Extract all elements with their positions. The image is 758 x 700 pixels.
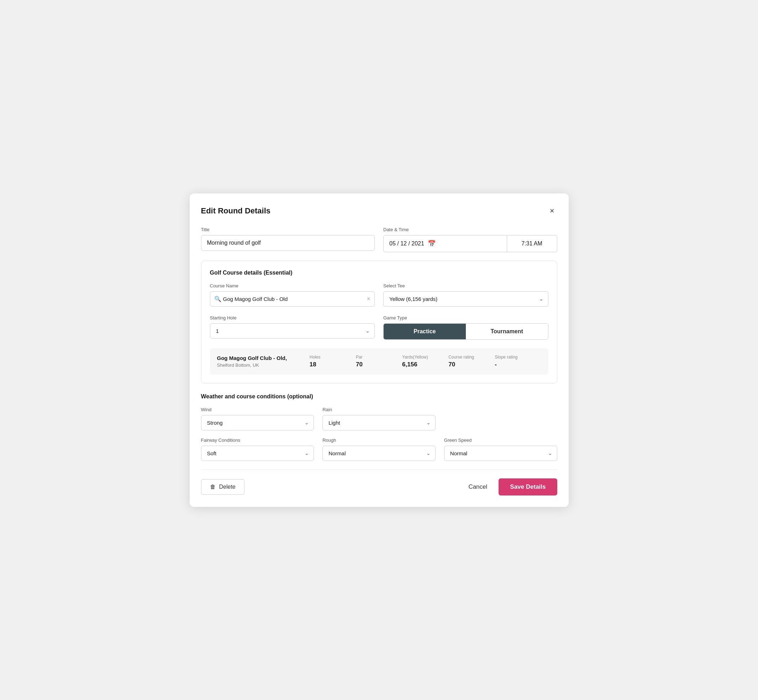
wind-dropdown[interactable]: NoneCalmLight ModerateStrongVery Strong xyxy=(201,415,314,430)
edit-round-modal: Edit Round Details × Title Date & Time 0… xyxy=(190,194,568,507)
green-speed-dropdown[interactable]: SlowNormalFastVery Fast xyxy=(444,446,557,461)
weather-title: Weather and course conditions (optional) xyxy=(201,394,557,400)
select-tee-dropdown[interactable]: Yellow (6,156 yards) White (6,500 yards)… xyxy=(383,291,548,306)
practice-button[interactable]: Practice xyxy=(384,324,466,339)
delete-button[interactable]: 🗑 Delete xyxy=(201,479,244,495)
weather-section: Weather and course conditions (optional)… xyxy=(201,394,557,461)
starting-hole-dropdown[interactable]: 1234 56789 1011121314 15161718 xyxy=(210,323,375,339)
fairway-dropdown[interactable]: SoftNormalFirmVery Firm xyxy=(201,446,314,461)
starting-hole-group: Starting Hole 1234 56789 1011121314 1516… xyxy=(210,315,375,340)
calendar-icon: 📅 xyxy=(428,240,435,248)
clear-icon[interactable]: × xyxy=(366,295,370,303)
fairway-group: Fairway Conditions SoftNormalFirmVery Fi… xyxy=(201,438,314,461)
trash-icon: 🗑 xyxy=(210,484,216,490)
close-button[interactable]: × xyxy=(547,205,557,217)
starting-hole-wrapper: 1234 56789 1011121314 15161718 ⌄ xyxy=(210,323,375,339)
rough-group: Rough SoftNormalFirmVery Firm ⌄ xyxy=(323,438,435,461)
rough-label: Rough xyxy=(323,438,435,443)
time-part[interactable]: 7:31 AM xyxy=(507,236,557,252)
course-name-label: Course Name xyxy=(210,283,375,289)
course-par-stat: Par 70 xyxy=(356,355,402,368)
select-tee-label: Select Tee xyxy=(383,283,548,289)
slope-rating-label: Slope rating xyxy=(495,355,517,359)
rain-label: Rain xyxy=(323,407,435,412)
title-group: Title xyxy=(201,227,375,252)
datetime-group: Date & Time 05 / 12 / 2021 📅 7:31 AM xyxy=(383,227,557,252)
rough-dropdown[interactable]: SoftNormalFirmVery Firm xyxy=(323,446,435,461)
par-label: Par xyxy=(356,355,363,359)
modal-title: Edit Round Details xyxy=(201,206,271,216)
course-rating-stat: Course rating 70 xyxy=(448,355,495,368)
course-info-name-text: Gog Magog Golf Club - Old, xyxy=(217,355,310,361)
rain-group: Rain NoneLightModerateHeavy ⌄ xyxy=(323,407,435,430)
course-rating-label: Course rating xyxy=(448,355,474,359)
course-info-box: Gog Magog Golf Club - Old, Shelford Bott… xyxy=(210,348,548,375)
title-label: Title xyxy=(201,227,375,232)
slope-rating-stat: Slope rating - xyxy=(495,355,541,368)
rain-wrapper: NoneLightModerateHeavy ⌄ xyxy=(323,415,435,430)
starting-hole-label: Starting Hole xyxy=(210,315,375,320)
datetime-label: Date & Time xyxy=(383,227,557,232)
fairway-wrapper: SoftNormalFirmVery Firm ⌄ xyxy=(201,446,314,461)
title-input[interactable] xyxy=(201,235,375,251)
rough-wrapper: SoftNormalFirmVery Firm ⌄ xyxy=(323,446,435,461)
footer-right: Cancel Save Details xyxy=(465,478,557,495)
yards-value: 6,156 xyxy=(402,361,417,368)
time-value: 7:31 AM xyxy=(522,241,542,247)
golf-course-title: Golf Course details (Essential) xyxy=(210,270,548,276)
modal-header: Edit Round Details × xyxy=(201,205,557,217)
fairway-label: Fairway Conditions xyxy=(201,438,314,443)
game-type-group: Game Type Practice Tournament xyxy=(383,315,548,340)
wind-wrapper: NoneCalmLight ModerateStrongVery Strong … xyxy=(201,415,314,430)
delete-label: Delete xyxy=(219,484,236,490)
course-info-location: Shelford Bottom, UK xyxy=(217,362,310,368)
green-speed-group: Green Speed SlowNormalFastVery Fast ⌄ xyxy=(444,438,557,461)
course-rating-value: 70 xyxy=(448,361,455,368)
course-tee-row: Course Name 🔍 × Select Tee Yellow (6,156… xyxy=(210,283,548,306)
save-button[interactable]: Save Details xyxy=(498,478,557,495)
fairway-rough-green-row: Fairway Conditions SoftNormalFirmVery Fi… xyxy=(201,438,557,461)
game-type-toggle: Practice Tournament xyxy=(383,323,548,340)
course-yards-stat: Yards(Yellow) 6,156 xyxy=(402,355,448,368)
wind-rain-row: Wind NoneCalmLight ModerateStrongVery St… xyxy=(201,407,557,430)
hole-gametype-row: Starting Hole 1234 56789 1011121314 1516… xyxy=(210,315,548,340)
title-datetime-row: Title Date & Time 05 / 12 / 2021 📅 7:31 … xyxy=(201,227,557,252)
slope-rating-value: - xyxy=(495,361,497,368)
wind-group: Wind NoneCalmLight ModerateStrongVery St… xyxy=(201,407,314,430)
game-type-label: Game Type xyxy=(383,315,548,320)
holes-value: 18 xyxy=(310,361,316,368)
yards-label: Yards(Yellow) xyxy=(402,355,428,359)
holes-label: Holes xyxy=(310,355,321,359)
green-speed-label: Green Speed xyxy=(444,438,557,443)
golf-course-section: Golf Course details (Essential) Course N… xyxy=(201,261,557,383)
rain-dropdown[interactable]: NoneLightModerateHeavy xyxy=(323,415,435,430)
course-name-group: Course Name 🔍 × xyxy=(210,283,375,306)
date-part[interactable]: 05 / 12 / 2021 📅 xyxy=(384,236,507,252)
search-icon: 🔍 xyxy=(214,295,221,302)
select-tee-wrapper: Yellow (6,156 yards) White (6,500 yards)… xyxy=(383,291,548,306)
datetime-row: 05 / 12 / 2021 📅 7:31 AM xyxy=(383,235,557,252)
par-value: 70 xyxy=(356,361,363,368)
course-name-input[interactable] xyxy=(210,291,375,306)
date-value: 05 / 12 / 2021 xyxy=(389,241,424,247)
green-speed-wrapper: SlowNormalFastVery Fast ⌄ xyxy=(444,446,557,461)
course-info-name: Gog Magog Golf Club - Old, Shelford Bott… xyxy=(217,355,310,368)
tournament-button[interactable]: Tournament xyxy=(466,324,548,339)
course-search-wrapper: 🔍 × xyxy=(210,291,375,306)
wind-label: Wind xyxy=(201,407,314,412)
course-holes-stat: Holes 18 xyxy=(310,355,356,368)
select-tee-group: Select Tee Yellow (6,156 yards) White (6… xyxy=(383,283,548,306)
cancel-button[interactable]: Cancel xyxy=(465,479,490,495)
footer-row: 🗑 Delete Cancel Save Details xyxy=(201,478,557,495)
